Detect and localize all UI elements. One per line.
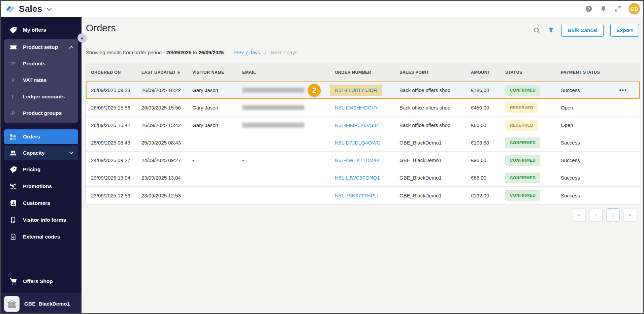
sidebar-item-orders[interactable]: Orders xyxy=(4,129,78,144)
sidebar-item-capacity[interactable]: Capacity xyxy=(4,146,78,160)
sidebar-item-label: Pricing xyxy=(23,166,41,172)
period-text: Showing results from order period - 20/0… xyxy=(86,50,225,55)
help-icon[interactable]: ? xyxy=(585,5,592,12)
first-page-button[interactable]: « xyxy=(573,209,586,221)
row-actions-menu[interactable]: ••• xyxy=(619,87,640,94)
sidebar-item-label: Ledger accounts xyxy=(23,94,65,100)
status-badge: CONFIRMED xyxy=(505,190,540,201)
prev-7-days-link[interactable]: Prev 7 days xyxy=(233,50,260,55)
cell-amount: €103,50 xyxy=(466,140,500,146)
status-badge: CONFIRMED xyxy=(505,85,540,96)
letter-icon: L xyxy=(9,94,18,99)
export-button[interactable]: Export xyxy=(610,24,639,37)
sidebar-item-my-offers[interactable]: My offers xyxy=(4,22,78,38)
sidebar-item-products[interactable]: P Products xyxy=(4,55,78,72)
cell-order-number: N51-LJWC8FONQ1 xyxy=(330,175,394,181)
search-icon[interactable] xyxy=(533,27,541,34)
form-page-icon xyxy=(9,216,18,224)
toolbar: Bulk Cancel Export xyxy=(533,24,639,37)
order-number-link[interactable]: N51-4WTK7TDM4K xyxy=(335,157,394,163)
status-badge: CONFIRMED xyxy=(505,137,540,148)
sidebar-item-product-setup[interactable]: Product setup xyxy=(4,39,78,55)
order-number-link[interactable]: N51-7SK37TTHPU xyxy=(335,193,394,198)
cell-sales-point: GBE_BlackDemo1 xyxy=(394,157,466,163)
table-header-row: ORDERED ON LAST UPDATED VISITOR NAME EMA… xyxy=(86,63,640,82)
order-number-link[interactable]: N51-LJWC8FONQ1 xyxy=(335,175,394,181)
cell-email: - xyxy=(237,175,330,181)
sidebar-item-label: Visitor info forms xyxy=(23,217,66,223)
next-7-days-link[interactable]: Next 7 days xyxy=(271,50,297,55)
sidebar-item-product-groups[interactable]: P Product groups xyxy=(4,105,78,121)
table-row[interactable]: 26/09/2025 09:2326/09/2025 16:22Gary Jas… xyxy=(86,82,640,99)
sidebar-item-external-codes[interactable]: External codes xyxy=(4,229,78,245)
cell-email: - xyxy=(237,140,330,146)
cell-sales-point: GBE_BlackDemo1 xyxy=(394,175,466,181)
order-number-link[interactable]: N51-LLU8TY5JOR xyxy=(330,85,382,96)
column-header-sales-point[interactable]: SALES POINT xyxy=(394,70,466,75)
cell-order-number: N51-4WTK7TDM4K xyxy=(330,157,394,163)
cell-visitor-name: Gary Jason xyxy=(187,87,237,93)
svg-text:?: ? xyxy=(587,6,590,11)
table-row[interactable]: 24/09/2025 09:2724/09/2025 09:27--N51-4W… xyxy=(86,152,640,169)
column-header-visitor-name[interactable]: VISITOR NAME xyxy=(187,70,237,75)
cell-ordered-on: 26/09/2025 15:42 xyxy=(86,122,136,128)
bulk-cancel-button[interactable]: Bulk Cancel xyxy=(561,24,604,37)
status-badge: RESERVED xyxy=(505,102,538,113)
pagination: « ‹ 1 › xyxy=(573,209,636,221)
sidebar-item-visitor-info-forms[interactable]: Visitor info forms xyxy=(4,212,78,228)
column-header-payment-status[interactable]: PAYMENT STATUS xyxy=(556,70,614,75)
order-number-link[interactable]: N51-MMRZ26VS82 xyxy=(335,122,394,128)
filter-icon[interactable] xyxy=(547,27,555,34)
column-header-order-number[interactable]: ORDER NUMBER xyxy=(330,70,394,75)
brand-name: Sales xyxy=(19,4,42,14)
account-name: GBE_BlackDemo1 xyxy=(24,301,70,307)
order-number-link[interactable]: N51-D7JDLQ4OWG xyxy=(335,140,394,146)
sidebar-collapse-button[interactable]: « xyxy=(77,33,87,42)
sidebar-item-label: Capacity xyxy=(23,150,45,156)
order-number-link[interactable]: N51-ID49HHGGVY xyxy=(335,105,394,111)
cell-status: CONFIRMED xyxy=(500,137,556,148)
cell-email: - xyxy=(237,157,330,163)
cell-email: - xyxy=(237,193,330,198)
sidebar-item-vat-rates[interactable]: V VAT rates xyxy=(4,72,78,88)
table-row[interactable]: 23/09/2025 13:0423/09/2025 13:04--N51-LJ… xyxy=(86,169,640,187)
chevron-down-icon[interactable] xyxy=(47,8,52,11)
sidebar-item-label: Promotions xyxy=(23,183,52,189)
cell-payment-status: Success xyxy=(556,87,614,93)
sidebar-item-ledger-accounts[interactable]: L Ledger accounts xyxy=(4,88,78,105)
price-tag-icon: € xyxy=(9,166,18,173)
user-avatar[interactable]: GD xyxy=(629,3,640,14)
cell-payment-status: Open xyxy=(556,122,614,128)
notifications-bell-icon[interactable] xyxy=(600,5,607,12)
column-header-ordered-on[interactable]: ORDERED ON xyxy=(86,70,136,75)
letter-icon: P xyxy=(9,110,18,116)
column-header-email[interactable]: EMAIL xyxy=(237,70,330,75)
table-row[interactable]: 23/09/2025 12:5323/09/2025 12:53--N51-7S… xyxy=(86,187,640,204)
tickets-icon xyxy=(9,43,18,51)
prev-page-button[interactable]: ‹ xyxy=(590,209,603,221)
table-row[interactable]: 25/09/2025 08:4325/09/2025 08:43--N51-D7… xyxy=(86,134,640,152)
link-divider: | xyxy=(265,50,266,55)
address-book-icon xyxy=(9,199,18,207)
cell-status: CONFIRMED xyxy=(500,85,556,96)
brand[interactable]: Sales xyxy=(1,4,52,14)
column-header-status[interactable]: STATUS xyxy=(500,70,556,75)
status-badge: CONFIRMED xyxy=(505,155,540,166)
fullscreen-icon[interactable] xyxy=(614,5,621,12)
column-header-amount[interactable]: AMOUNT xyxy=(466,70,500,75)
table-row[interactable]: 26/09/2025 15:5626/09/2025 15:56Gary Jas… xyxy=(86,99,640,117)
cell-ordered-on: 23/09/2025 13:04 xyxy=(86,175,136,181)
account-switcher[interactable]: GBE_BlackDemo1 xyxy=(1,293,82,314)
top-bar: Sales ? GD xyxy=(1,1,644,17)
table-row[interactable]: 26/09/2025 15:4226/09/2025 15:42Gary Jas… xyxy=(86,117,640,134)
sidebar-item-customers[interactable]: Customers xyxy=(4,195,78,211)
cell-status: RESERVED xyxy=(500,102,556,113)
sidebar-item-offers-shop[interactable]: Offers Shop xyxy=(4,274,78,289)
annotation-step-badge: 2 xyxy=(308,84,321,97)
sidebar-item-promotions[interactable]: Promotions xyxy=(4,179,78,194)
next-page-button[interactable]: › xyxy=(623,209,636,221)
column-header-last-updated[interactable]: LAST UPDATED xyxy=(136,70,187,75)
current-page-button[interactable]: 1 xyxy=(607,209,619,221)
sidebar-item-pricing[interactable]: € Pricing xyxy=(4,162,78,177)
cell-order-number: N51-D7JDLQ4OWG xyxy=(330,140,394,146)
